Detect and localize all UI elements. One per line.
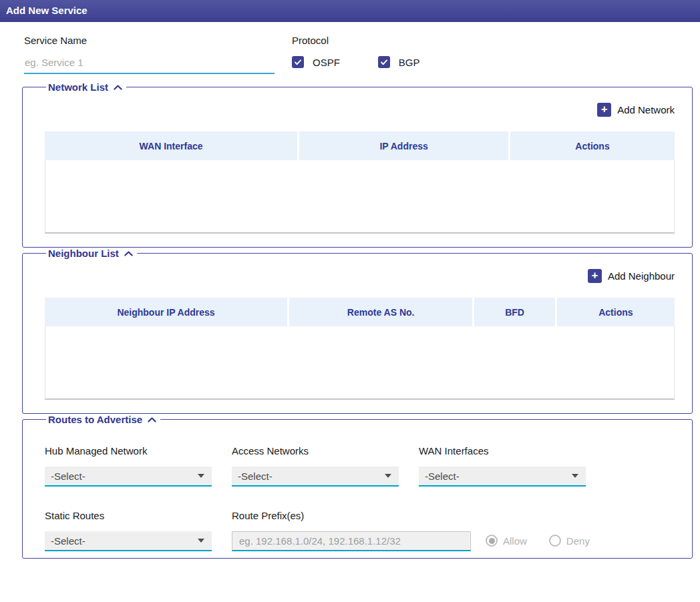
neighbour-col-remote-as: Remote AS No. xyxy=(287,298,472,326)
plus-icon xyxy=(597,103,611,117)
static-routes-select[interactable]: -Select- xyxy=(45,531,212,551)
bgp-checkbox[interactable] xyxy=(378,56,390,68)
access-networks-label: Access Networks xyxy=(232,445,399,457)
check-icon xyxy=(294,58,302,66)
network-col-actions: Actions xyxy=(508,131,675,160)
ospf-checkbox-label: OSPF xyxy=(313,57,340,68)
allow-radio-item[interactable]: Allow xyxy=(486,535,527,547)
neighbour-add-row: Add Neighbour xyxy=(45,269,675,283)
deny-radio-label: Deny xyxy=(566,535,590,547)
network-table: WAN Interface IP Address Actions xyxy=(45,131,675,234)
hub-managed-network-field: Hub Managed Network -Select- xyxy=(45,445,212,487)
add-neighbour-button[interactable]: Add Neighbour xyxy=(588,269,675,283)
protocol-group: Protocol OSPF BGP xyxy=(292,35,420,81)
static-routes-value: -Select- xyxy=(51,535,85,547)
service-name-input[interactable] xyxy=(24,55,275,74)
network-table-body-empty xyxy=(45,160,675,234)
routes-legend-toggle[interactable]: Routes to Advertise xyxy=(46,414,160,425)
network-list-legend-label: Network List xyxy=(48,81,108,93)
neighbour-col-ip-address: Neighbour IP Address xyxy=(45,298,287,326)
network-col-ip-address: IP Address xyxy=(297,131,508,160)
hub-managed-network-label: Hub Managed Network xyxy=(45,445,212,457)
check-icon xyxy=(380,58,388,66)
static-routes-label: Static Routes xyxy=(45,510,212,521)
network-table-header: WAN Interface IP Address Actions xyxy=(45,131,675,160)
chevron-down-icon xyxy=(198,474,204,478)
top-row: Service Name Protocol OSPF xyxy=(22,22,693,81)
static-routes-field: Static Routes -Select- xyxy=(45,510,212,551)
routes-row-2: Static Routes -Select- Route Prefix(es) … xyxy=(45,510,675,551)
add-neighbour-label: Add Neighbour xyxy=(608,270,675,282)
network-col-wan-interface: WAN Interface xyxy=(45,131,297,160)
neighbour-col-actions: Actions xyxy=(555,298,675,326)
routes-row-1: Hub Managed Network -Select- Access Netw… xyxy=(45,445,675,487)
neighbour-table: Neighbour IP Address Remote AS No. BFD A… xyxy=(45,298,675,400)
network-add-row: Add Network xyxy=(45,103,675,117)
hub-managed-network-value: -Select- xyxy=(51,471,85,482)
dialog-title: Add New Service xyxy=(0,0,700,22)
network-list-legend-toggle[interactable]: Network List xyxy=(46,81,126,93)
neighbour-table-body-empty xyxy=(45,326,675,400)
protocol-label: Protocol xyxy=(292,35,420,46)
bgp-checkbox-label: BGP xyxy=(399,57,420,68)
add-network-label: Add Network xyxy=(617,104,675,115)
route-prefixes-label: Route Prefix(es) xyxy=(232,510,471,521)
plus-icon xyxy=(588,269,602,283)
hub-managed-network-select[interactable]: -Select- xyxy=(45,467,212,487)
wan-interfaces-field: WAN Interfaces -Select- xyxy=(419,445,586,487)
deny-radio xyxy=(549,535,561,547)
ospf-checkbox-item: OSPF xyxy=(292,56,340,68)
radio-selected-dot xyxy=(489,538,495,544)
form-content: Service Name Protocol OSPF xyxy=(0,22,700,559)
neighbour-list-legend-toggle[interactable]: Neighbour List xyxy=(46,248,137,259)
allow-radio xyxy=(486,535,498,547)
routes-legend-label: Routes to Advertise xyxy=(48,414,142,425)
allow-radio-label: Allow xyxy=(503,535,527,547)
chevron-down-icon xyxy=(572,474,578,478)
chevron-down-icon xyxy=(198,539,204,543)
wan-interfaces-select[interactable]: -Select- xyxy=(419,467,586,487)
wan-interfaces-value: -Select- xyxy=(425,471,460,482)
bgp-checkbox-item: BGP xyxy=(378,56,420,68)
network-list-section: Network List Add Network WAN Interface I… xyxy=(22,81,693,248)
route-prefixes-field: Route Prefix(es) xyxy=(232,510,471,551)
route-prefixes-input[interactable] xyxy=(232,531,471,551)
add-network-button[interactable]: Add Network xyxy=(597,103,675,117)
access-networks-field: Access Networks -Select- xyxy=(232,445,399,487)
chevron-up-icon xyxy=(124,251,133,256)
access-networks-select[interactable]: -Select- xyxy=(232,467,399,487)
ospf-checkbox[interactable] xyxy=(292,56,304,68)
chevron-up-icon xyxy=(114,85,122,90)
routes-to-advertise-section: Routes to Advertise Hub Managed Network … xyxy=(22,414,693,559)
access-networks-value: -Select- xyxy=(238,471,273,482)
deny-radio-item[interactable]: Deny xyxy=(549,535,590,547)
chevron-down-icon xyxy=(385,474,391,478)
neighbour-list-legend-label: Neighbour List xyxy=(48,248,119,259)
service-name-label: Service Name xyxy=(24,35,275,46)
wan-interfaces-label: WAN Interfaces xyxy=(419,445,586,457)
neighbour-col-bfd: BFD xyxy=(472,298,555,326)
neighbour-list-section: Neighbour List Add Neighbour Neighbour I… xyxy=(22,248,693,414)
neighbour-table-header: Neighbour IP Address Remote AS No. BFD A… xyxy=(45,298,675,326)
service-name-field: Service Name xyxy=(24,35,275,81)
protocol-options: OSPF BGP xyxy=(292,56,420,68)
route-policy-radio-group: Allow Deny xyxy=(486,535,590,547)
chevron-up-icon xyxy=(148,417,156,422)
